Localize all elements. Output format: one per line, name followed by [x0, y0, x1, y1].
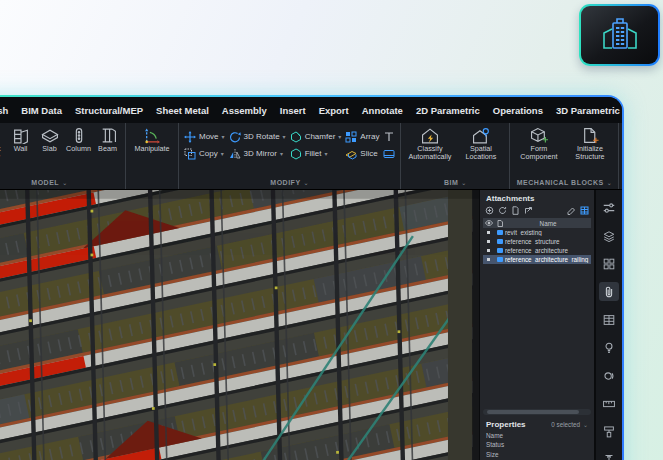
copy-label: Copy [199, 149, 218, 158]
mirror-3d-label: 3D Mirror [244, 149, 277, 158]
visibility-dot[interactable] [483, 258, 494, 261]
attachments-table-header: Name [483, 218, 591, 228]
settings-sliders-icon[interactable] [599, 198, 619, 217]
dropdown-arrow-icon[interactable]: ▾ [338, 133, 341, 140]
menu-structural-mep[interactable]: Structural/MEP [75, 105, 143, 116]
dwg-file-icon [494, 230, 505, 235]
dropdown-arrow-icon[interactable]: ▾ [221, 150, 224, 157]
attachment-row[interactable]: revit_existing [483, 228, 591, 237]
menu-3d-parametric[interactable]: 3D Parametric [556, 105, 620, 116]
move-label: Move [199, 132, 219, 141]
render-panel-icon[interactable] [599, 366, 619, 385]
visibility-dot[interactable] [483, 240, 494, 243]
dwg-file-icon [494, 257, 505, 262]
menu-mesh[interactable]: Mesh [0, 105, 8, 116]
viewport-tool-button[interactable] [383, 147, 395, 160]
attachment-row[interactable]: reference_structure [483, 237, 591, 246]
chamfer-icon [290, 131, 302, 143]
slice-icon [345, 148, 357, 160]
dropdown-arrow-icon[interactable]: ▾ [280, 150, 283, 157]
ribbon-group-modify: Move▾ Copy▾ 3D Rotate▾ [179, 123, 401, 189]
file-column-icon [494, 220, 505, 227]
chevron-down-icon: ⌄ [304, 179, 310, 186]
model-group-label[interactable]: MODEL⌄ [0, 176, 122, 189]
menu-assembly[interactable]: Assembly [222, 105, 267, 116]
mirror-3d-button[interactable]: 3D Mirror▾ [229, 147, 286, 160]
paint-panel-icon[interactable] [599, 422, 619, 441]
dwg-file-icon [494, 239, 505, 244]
blocks-panel-icon[interactable] [599, 254, 619, 273]
property-row[interactable]: Name [480, 431, 594, 441]
dropdown-arrow-icon[interactable]: ▾ [283, 133, 286, 140]
array-button[interactable]: Array [345, 130, 379, 143]
spatial-locations-button[interactable]: Spatial Locations [455, 125, 506, 161]
property-row[interactable]: Status [480, 440, 594, 450]
desktop-background: Mesh BIM Data Structural/MEP Sheet Metal… [0, 0, 663, 460]
attachment-row[interactable]: reference_architecture [483, 246, 591, 255]
menu-operations[interactable]: Operations [493, 105, 543, 116]
slab-button[interactable]: Slab [35, 125, 64, 153]
menu-annotate[interactable]: Annotate [362, 105, 403, 116]
attach-icon[interactable] [485, 206, 494, 215]
initialize-structure-button[interactable]: Initialize Structure [564, 125, 615, 161]
rotate-3d-button[interactable]: 3D Rotate▾ [229, 130, 286, 143]
structure-panel-icon[interactable] [599, 450, 619, 460]
app-logo-badge[interactable] [579, 4, 660, 66]
properties-selection-dropdown[interactable]: 0 selected⌄ [551, 421, 588, 428]
beam-button[interactable]: Beam [93, 125, 122, 153]
array-label: Array [360, 132, 379, 141]
layers-panel-icon[interactable] [599, 226, 619, 245]
bim-group-label[interactable]: BIM⌄ [404, 176, 506, 189]
dropdown-arrow-icon[interactable]: ▾ [222, 133, 225, 140]
attachment-row-selected[interactable]: reference_architecture_railing [483, 255, 591, 264]
column-button[interactable]: Column [64, 125, 93, 153]
modify-group-label[interactable]: MODIFY⌄ [182, 176, 397, 189]
attachments-table: Name revit_existing reference_structure [483, 218, 591, 264]
dropdown-arrow-icon[interactable]: ▾ [325, 150, 328, 157]
copy-button[interactable]: Copy▾ [184, 147, 225, 160]
form-component-label: Form Component [513, 145, 564, 161]
menu-sheet-metal[interactable]: Sheet Metal [156, 105, 209, 116]
property-row[interactable]: Size [480, 450, 594, 460]
text-style-icon [383, 131, 395, 143]
ruler-panel-icon[interactable] [599, 394, 619, 413]
form-component-button[interactable]: Form Component [513, 125, 564, 161]
app-window-border: Mesh BIM Data Structural/MEP Sheet Metal… [0, 95, 624, 460]
move-icon [184, 131, 196, 143]
wall-button[interactable]: Wall [6, 125, 35, 153]
attachments-panel: Attachments Name [479, 190, 594, 460]
panel-splitter[interactable] [483, 409, 591, 415]
dwg-file-icon [494, 248, 505, 253]
menu-insert[interactable]: Insert [280, 105, 306, 116]
refresh-icon[interactable] [498, 206, 507, 215]
name-column-header[interactable]: Name [505, 220, 591, 227]
detach-icon[interactable] [567, 206, 576, 215]
properties-title: Properties [486, 420, 526, 429]
menu-bim-data[interactable]: BIM Data [21, 105, 62, 116]
slice-button[interactable]: Slice [345, 147, 379, 160]
chamfer-button[interactable]: Chamfer▾ [290, 130, 342, 143]
move-button[interactable]: Move▾ [184, 130, 225, 143]
file-icon[interactable] [511, 206, 520, 215]
attachments-panel-icon[interactable] [599, 282, 619, 301]
text-style-button[interactable] [383, 130, 395, 143]
form-component-icon [528, 127, 550, 144]
attachments-toolbar [480, 205, 594, 218]
visibility-dot[interactable] [483, 249, 494, 252]
beam-icon [97, 127, 119, 144]
mechanical-blocks-group-label[interactable]: MECHANICAL BLOCKS⌄ [513, 176, 615, 189]
visibility-dot[interactable] [483, 231, 494, 234]
manipulate-label: Manipulate [134, 145, 169, 153]
sheets-panel-icon[interactable] [599, 310, 619, 329]
manipulate-button[interactable]: Manipulate [129, 125, 175, 153]
fillet-button[interactable]: Fillet▾ [290, 147, 342, 160]
menu-export[interactable]: Export [319, 105, 349, 116]
menu-2d-parametric[interactable]: 2D Parametric [416, 105, 480, 116]
slab-icon [39, 127, 61, 144]
classify-automatically-button[interactable]: Classify Automatically [404, 125, 455, 161]
lightbulb-panel-icon[interactable] [599, 338, 619, 357]
eye-icon[interactable] [483, 220, 494, 226]
model-viewport[interactable] [0, 190, 479, 460]
table-view-icon[interactable] [580, 206, 589, 215]
update-icon[interactable] [524, 206, 533, 215]
